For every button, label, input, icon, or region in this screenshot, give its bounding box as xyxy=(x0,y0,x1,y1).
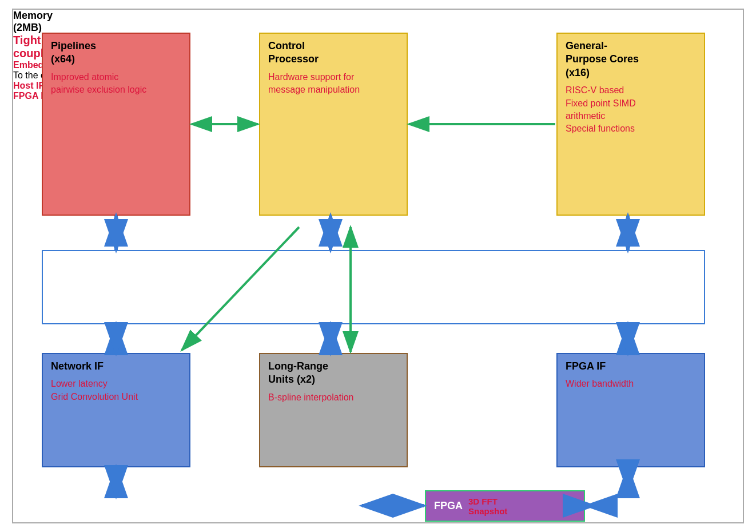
network-subtitle: Lower latencyGrid Convolution Unit xyxy=(51,378,181,403)
box-network: Network IF Lower latencyGrid Convolution… xyxy=(42,353,190,467)
control-subtitle: Hardware support formessage manipulation xyxy=(268,71,399,97)
pipelines-subtitle: Improved atomicpairwise exclusion logic xyxy=(51,71,181,97)
gp-title: General-Purpose Cores(x16) xyxy=(566,39,696,80)
fpga-title: FPGA xyxy=(434,500,463,512)
pipelines-title: Pipelines(x64) xyxy=(51,39,181,66)
fpgaif-subtitle: Wider bandwidth xyxy=(566,378,696,390)
box-memory xyxy=(42,250,705,324)
longrange-title: Long-RangeUnits (x2) xyxy=(268,360,399,387)
box-longrange: Long-RangeUnits (x2) B-spline interpolat… xyxy=(259,353,408,467)
fpgaif-title: FPGA IF xyxy=(566,360,696,373)
gp-subtitle: RISC-V basedFixed point SIMDarithmeticSp… xyxy=(566,84,696,136)
diagram-container: Pipelines(x64) Improved atomicpairwise e… xyxy=(12,9,744,523)
box-fpga: FPGA 3D FFTSnapshot xyxy=(425,490,585,522)
longrange-subtitle: B-spline interpolation xyxy=(268,391,399,404)
network-title: Network IF xyxy=(51,360,181,373)
fpga-subtitle: 3D FFTSnapshot xyxy=(468,497,507,516)
box-control: ControlProcessor Hardware support formes… xyxy=(259,33,408,216)
box-fpgaif: FPGA IF Wider bandwidth xyxy=(556,353,705,467)
control-title: ControlProcessor xyxy=(268,39,399,66)
memory-title: Memory(2MB) xyxy=(13,10,743,34)
box-pipelines: Pipelines(x64) Improved atomicpairwise e… xyxy=(42,33,190,216)
box-gp: General-Purpose Cores(x16) RISC-V basedF… xyxy=(556,33,705,216)
